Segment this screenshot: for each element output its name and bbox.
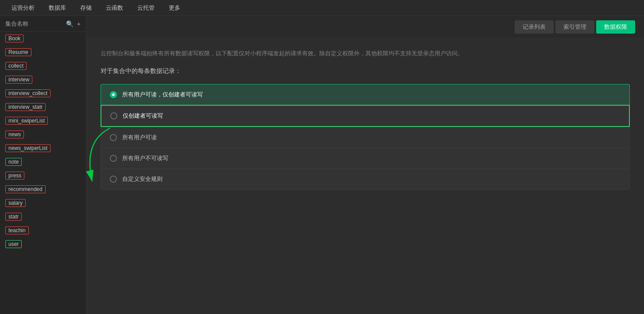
nav-item-storage[interactable]: 存储 — [73, 0, 99, 15]
sidebar-label-interview: interview — [5, 76, 32, 84]
sidebar-label-mini-swiperlist: mini_swiperList — [5, 117, 48, 125]
nav-item-functions[interactable]: 云函数 — [99, 0, 130, 15]
sidebar-item-news[interactable]: news — [0, 128, 86, 142]
sidebar-item-mini-swiperlist[interactable]: mini_swiperList — [0, 114, 86, 128]
sidebar-item-news-swiperlist[interactable]: news_swiperList — [0, 142, 86, 155]
option-all-read[interactable]: 所有用户可读 — [101, 127, 630, 148]
radio-option-2 — [110, 112, 117, 119]
radio-option-5 — [110, 176, 117, 183]
sidebar-label-salary: salary — [5, 199, 26, 207]
nav-item-more[interactable]: 更多 — [162, 0, 187, 15]
sidebar-label-teachin: teachin — [5, 226, 29, 234]
option-no-read-write[interactable]: 所有用户不可读写 — [101, 148, 630, 168]
sidebar-label-book: Book — [5, 34, 23, 42]
option-4-label: 所有用户不可读写 — [122, 154, 168, 162]
option-creator-only[interactable]: 仅创建者可读写 — [101, 105, 630, 127]
sidebar-item-teachin[interactable]: teachin — [0, 224, 86, 237]
tab-index-management[interactable]: 索引管理 — [555, 20, 594, 34]
sidebar-label-recommended: recommended — [5, 185, 46, 193]
sidebar-item-recommended[interactable]: recommended — [0, 183, 86, 196]
section-title: 对于集合中的每条数据记录： — [101, 67, 630, 75]
search-icon[interactable]: 🔍 — [66, 20, 74, 27]
sidebar-item-user[interactable]: user — [0, 237, 86, 251]
sidebar-item-resume[interactable]: Resume — [0, 46, 86, 59]
sidebar-item-collect[interactable]: collect — [0, 59, 86, 73]
content-body: 云控制台和服务端始终有所有数据读写权限，以下配置仅对小程序端发起的请求有效。除自… — [86, 38, 644, 314]
sidebar-item-salary[interactable]: salary — [0, 196, 86, 210]
permissions-options-list: 所有用户可读，仅创建者可读写 仅创建者可读写 所有用户可读 所有用户不可读写 — [101, 84, 630, 190]
info-text: 云控制台和服务端始终有所有数据读写权限，以下配置仅对小程序端发起的请求有效。除自… — [101, 49, 630, 58]
option-1-label: 所有用户可读，仅创建者可读写 — [122, 91, 203, 99]
sidebar-label-interview-statr: interview_statr — [5, 103, 46, 111]
tab-data-permissions[interactable]: 数据权限 — [596, 20, 635, 34]
sidebar-item-interview-collect[interactable]: interview_collect — [0, 87, 86, 100]
sidebar-label-note: note — [5, 158, 22, 166]
option-2-label: 仅创建者可读写 — [123, 112, 163, 120]
sidebar-label-statr: statr — [5, 213, 22, 221]
sidebar-label-interview-collect: interview_collect — [5, 89, 50, 97]
add-collection-icon[interactable]: + — [77, 20, 81, 27]
sidebar-label-resume: Resume — [5, 48, 31, 56]
nav-item-database[interactable]: 数据库 — [42, 0, 73, 15]
sidebar-item-note[interactable]: note — [0, 155, 86, 169]
tab-record-list[interactable]: 记录列表 — [515, 20, 554, 34]
option-custom-rules[interactable]: 自定义安全规则 — [101, 168, 630, 190]
sidebar-label-collect: collect — [5, 62, 27, 70]
sidebar-item-press[interactable]: press — [0, 169, 86, 183]
radio-option-3 — [110, 134, 117, 141]
main-layout: 集合名称 🔍 + Book Resume collect interview i… — [0, 16, 644, 314]
top-nav: 运营分析 数据库 存储 云函数 云托管 更多 — [0, 0, 644, 16]
sidebar-header: 集合名称 🔍 + — [0, 16, 86, 32]
sidebar-item-statr[interactable]: statr — [0, 210, 86, 224]
radio-option-4 — [110, 155, 117, 162]
option-all-read-creator-write[interactable]: 所有用户可读，仅创建者可读写 — [101, 84, 630, 105]
nav-item-hosting[interactable]: 云托管 — [130, 0, 162, 15]
option-3-label: 所有用户可读 — [122, 134, 157, 142]
sidebar-label-news-swiperlist: news_swiperList — [5, 144, 50, 152]
option-5-label: 自定义安全规则 — [122, 175, 163, 183]
content-area: 记录列表 索引管理 数据权限 云控制台和服务端始终有所有数据读写权限，以下配置仅… — [86, 16, 644, 314]
nav-item-analytics[interactable]: 运营分析 — [4, 0, 42, 15]
tab-bar: 记录列表 索引管理 数据权限 — [86, 16, 644, 38]
sidebar-title: 集合名称 — [5, 20, 28, 28]
sidebar-label-user: user — [5, 240, 22, 248]
sidebar-item-book[interactable]: Book — [0, 32, 86, 46]
sidebar-item-interview[interactable]: interview — [0, 73, 86, 87]
sidebar-header-icons: 🔍 + — [66, 20, 81, 27]
sidebar: 集合名称 🔍 + Book Resume collect interview i… — [0, 16, 86, 314]
sidebar-item-interview-statr[interactable]: interview_statr — [0, 100, 86, 114]
sidebar-label-news: news — [5, 130, 24, 138]
sidebar-label-press: press — [5, 172, 24, 180]
radio-option-1 — [110, 91, 117, 98]
